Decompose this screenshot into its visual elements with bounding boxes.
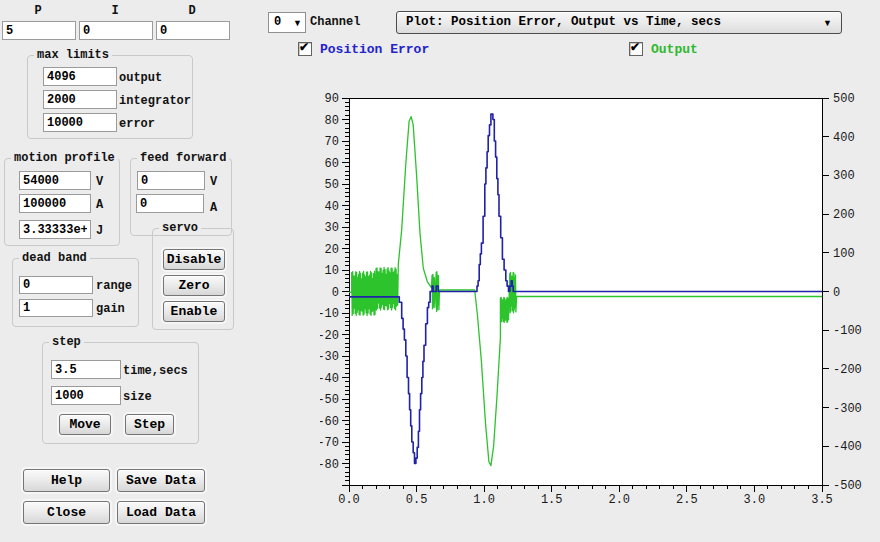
ff-acceleration-input[interactable] bbox=[136, 194, 204, 213]
step-time-input[interactable] bbox=[51, 360, 121, 379]
max-integrator-input[interactable] bbox=[43, 90, 117, 109]
close-button[interactable]: Close bbox=[23, 501, 110, 524]
svg-text:-20: -20 bbox=[320, 329, 339, 343]
d-label: D bbox=[156, 4, 228, 18]
ff-acceleration-label: A bbox=[210, 201, 217, 215]
svg-text:100: 100 bbox=[833, 247, 855, 261]
svg-text:1.0: 1.0 bbox=[473, 493, 495, 507]
svg-text:70: 70 bbox=[325, 135, 339, 149]
svg-text:-300: -300 bbox=[833, 402, 862, 416]
dead-band-title: dead band bbox=[19, 251, 90, 265]
move-button[interactable]: Move bbox=[59, 414, 111, 435]
svg-text:-70: -70 bbox=[320, 436, 339, 450]
max-error-input[interactable] bbox=[43, 113, 117, 132]
p-input[interactable] bbox=[2, 21, 76, 40]
position-error-checkbox[interactable]: ✔ bbox=[298, 42, 312, 56]
jerk-input[interactable] bbox=[19, 220, 91, 239]
chevron-down-icon: ▼ bbox=[293, 18, 302, 28]
svg-text:-10: -10 bbox=[320, 307, 339, 321]
feed-forward-title: feed forward bbox=[137, 151, 229, 165]
svg-text:1.5: 1.5 bbox=[541, 493, 563, 507]
svg-text:300: 300 bbox=[833, 169, 855, 183]
servo-enable-button[interactable]: Enable bbox=[163, 301, 225, 322]
step-title: step bbox=[49, 335, 84, 349]
svg-text:-40: -40 bbox=[320, 372, 339, 386]
p-label: P bbox=[2, 4, 74, 18]
max-integrator-label: integrator bbox=[119, 94, 191, 108]
dead-band-range-input[interactable] bbox=[19, 276, 93, 294]
velocity-label: V bbox=[96, 175, 103, 189]
acceleration-label: A bbox=[96, 198, 103, 212]
help-button[interactable]: Help bbox=[23, 469, 110, 492]
svg-text:3.0: 3.0 bbox=[744, 493, 766, 507]
position-error-checkbox-label: Position Error bbox=[320, 42, 429, 57]
svg-text:0.0: 0.0 bbox=[338, 493, 360, 507]
step-size-label: size bbox=[123, 390, 152, 404]
output-checkbox-label: Output bbox=[651, 42, 698, 57]
step-time-label: time,secs bbox=[123, 364, 188, 378]
svg-text:50: 50 bbox=[325, 178, 339, 192]
plot-type-value: Plot: Position Error, Output vs Time, se… bbox=[406, 15, 721, 29]
svg-text:80: 80 bbox=[325, 114, 339, 128]
svg-text:0: 0 bbox=[332, 286, 339, 300]
max-output-input[interactable] bbox=[43, 67, 117, 86]
svg-text:-500: -500 bbox=[833, 479, 862, 493]
dead-band-gain-input[interactable] bbox=[19, 299, 93, 317]
step-group: step time,secs size Move Step bbox=[42, 342, 199, 444]
output-checkbox[interactable]: ✔ bbox=[629, 42, 643, 56]
step-size-input[interactable] bbox=[51, 386, 121, 405]
acceleration-input[interactable] bbox=[19, 194, 91, 213]
chevron-down-icon: ▼ bbox=[823, 18, 832, 28]
load-data-button[interactable]: Load Data bbox=[117, 501, 205, 524]
svg-text:200: 200 bbox=[833, 208, 855, 222]
servo-zero-button[interactable]: Zero bbox=[163, 275, 225, 296]
servo-title: servo bbox=[159, 221, 201, 235]
check-icon: ✔ bbox=[299, 40, 309, 54]
max-output-label: output bbox=[119, 71, 162, 85]
svg-text:-100: -100 bbox=[833, 324, 862, 338]
i-label: I bbox=[79, 4, 151, 18]
svg-text:0: 0 bbox=[833, 286, 840, 300]
pid-tuning-window: P I D 0 ▼ Channel Plot: Position Error, … bbox=[0, 0, 880, 542]
svg-text:-30: -30 bbox=[320, 350, 339, 364]
svg-text:60: 60 bbox=[325, 157, 339, 171]
position-error-output-chart: 0.00.51.01.52.02.53.03.59080706050403020… bbox=[320, 85, 875, 515]
svg-text:90: 90 bbox=[325, 92, 339, 106]
svg-text:2.5: 2.5 bbox=[676, 493, 698, 507]
max-limits-group: max limits output integrator error bbox=[27, 55, 193, 139]
svg-text:-400: -400 bbox=[833, 440, 862, 454]
svg-text:0.5: 0.5 bbox=[406, 493, 428, 507]
check-icon: ✔ bbox=[630, 40, 640, 54]
svg-text:40: 40 bbox=[325, 200, 339, 214]
dead-band-gain-label: gain bbox=[96, 302, 125, 316]
dead-band-group: dead band range gain bbox=[12, 258, 139, 327]
d-input[interactable] bbox=[156, 21, 230, 40]
svg-text:2.0: 2.0 bbox=[608, 493, 630, 507]
ff-velocity-input[interactable] bbox=[137, 171, 205, 190]
step-button[interactable]: Step bbox=[125, 414, 174, 435]
motion-profile-title: motion profile bbox=[11, 151, 118, 165]
max-limits-title: max limits bbox=[34, 48, 112, 62]
svg-text:-80: -80 bbox=[320, 458, 339, 472]
svg-text:-60: -60 bbox=[320, 415, 339, 429]
motion-profile-group: motion profile V A J bbox=[4, 158, 120, 246]
svg-text:500: 500 bbox=[833, 92, 855, 106]
channel-value: 0 bbox=[274, 15, 281, 29]
jerk-label: J bbox=[96, 224, 103, 238]
max-error-label: error bbox=[119, 117, 155, 131]
servo-disable-button[interactable]: Disable bbox=[163, 249, 225, 270]
svg-text:30: 30 bbox=[325, 221, 339, 235]
save-data-button[interactable]: Save Data bbox=[117, 469, 205, 492]
svg-text:-200: -200 bbox=[833, 363, 862, 377]
ff-velocity-label: V bbox=[210, 175, 217, 189]
svg-text:-50: -50 bbox=[320, 393, 339, 407]
channel-select[interactable]: 0 ▼ bbox=[268, 12, 306, 33]
svg-text:20: 20 bbox=[325, 243, 339, 257]
plot-type-select[interactable]: Plot: Position Error, Output vs Time, se… bbox=[396, 11, 842, 34]
servo-group: servo Disable Zero Enable bbox=[152, 228, 234, 330]
channel-label: Channel bbox=[310, 15, 360, 29]
i-input[interactable] bbox=[79, 21, 153, 40]
velocity-input[interactable] bbox=[19, 171, 91, 190]
svg-text:10: 10 bbox=[325, 264, 339, 278]
svg-text:400: 400 bbox=[833, 131, 855, 145]
